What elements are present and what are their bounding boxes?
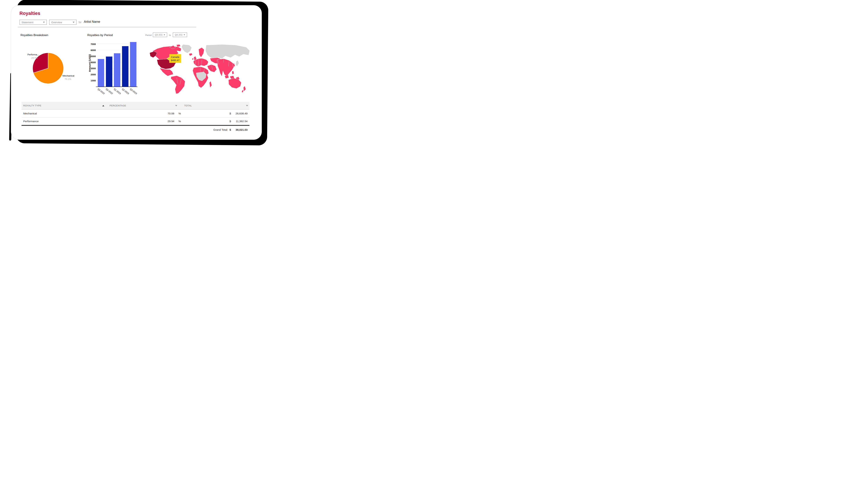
map-region-japan[interactable]	[236, 60, 239, 66]
map-region-new-zealand[interactable]	[243, 86, 246, 91]
royalty-type-cell: Mechanical	[22, 112, 106, 115]
period-from-value: Q3 2022	[155, 33, 163, 36]
sort-desc-icon[interactable]	[175, 105, 177, 106]
pie-pct-performance: 29.9%	[18, 57, 38, 59]
map-region-scandinavia[interactable]	[198, 47, 204, 57]
pie-slice-divider	[48, 53, 48, 68]
y-tick-label: 1000	[88, 79, 96, 82]
column-label: PERCENTAGE	[110, 104, 126, 107]
chevron-down-icon	[164, 34, 165, 35]
grand-total-label: Grand Total:	[213, 128, 228, 131]
map-region-australia[interactable]	[228, 78, 241, 89]
percent-sign: %	[174, 112, 229, 115]
bar-plot: 1000200030004000500060007000Q3 2022Q4 20…	[97, 42, 137, 87]
period-to-value: Q4 2023	[175, 33, 183, 36]
world-map: Canada $495.47	[149, 44, 251, 95]
column-label: ROYALTY TYPE	[23, 104, 41, 107]
artist-name: Artist Name	[84, 20, 100, 24]
statement-dropdown[interactable]: Statement	[20, 20, 47, 25]
column-header-total[interactable]: TOTAL	[179, 102, 249, 109]
tooltip-country: Canada	[171, 56, 179, 58]
percentage-cell: 70.06	[106, 112, 174, 115]
map-region-south-america[interactable]	[171, 76, 185, 94]
header-divider	[18, 27, 196, 27]
tooltip-value: $495.47	[171, 59, 180, 62]
period-to-label: to	[169, 34, 171, 36]
map-region-madagascar[interactable]	[209, 81, 212, 88]
currency-sign: $	[229, 112, 235, 115]
column-header-percentage[interactable]: PERCENTAGE	[106, 102, 179, 109]
royalty-type-cell: Performance	[22, 120, 106, 123]
table-row: Mechanical 70.06 % $ 26,638.49	[22, 110, 249, 117]
y-tick-label: 6000	[88, 49, 96, 52]
period-label: Period	[145, 34, 152, 36]
page-title: Royalties	[20, 11, 40, 16]
map-region-philippines[interactable]	[232, 71, 234, 74]
chevron-down-icon	[73, 22, 74, 23]
sort-asc-icon[interactable]	[102, 105, 104, 106]
map-region-russia[interactable]	[206, 44, 250, 59]
chevron-down-icon	[43, 22, 45, 23]
map-region-ireland[interactable]	[192, 58, 193, 60]
period-from-dropdown[interactable]: Q3 2022	[153, 32, 167, 37]
y-tick-label: 7000	[88, 43, 96, 45]
map-region-middle-east[interactable]	[207, 65, 217, 72]
overview-dropdown-value: Overview	[51, 21, 72, 24]
statement-dropdown-value: Statement	[22, 21, 42, 24]
map-region-indonesia[interactable]	[225, 75, 229, 78]
grand-total-currency: $	[229, 128, 235, 131]
map-region-greenland[interactable]	[182, 44, 192, 53]
map-region-mexico[interactable]	[160, 68, 173, 76]
pie-chart-title: Royalties Breakdown	[21, 33, 48, 37]
map-region-asia[interactable]	[217, 59, 234, 76]
period-to-dropdown[interactable]: Q4 2023	[173, 32, 187, 37]
map-region-new-zealand[interactable]	[242, 90, 243, 92]
y-tick-label: 5000	[88, 55, 96, 58]
grand-total-divider	[22, 125, 249, 126]
bar-q3-2023[interactable]	[130, 42, 136, 87]
total-cell: 11,382.54	[235, 120, 248, 123]
bar-chart-title: Royalties by Period	[87, 33, 113, 37]
total-cell: 26,638.49	[235, 112, 248, 115]
grand-total-row: Grand Total: $ 38,021.03	[22, 127, 248, 132]
chevron-down-icon	[184, 34, 185, 35]
map-region-iceland[interactable]	[189, 53, 192, 56]
grand-total-amount: 38,021.03	[235, 128, 248, 131]
bar-q3-2022[interactable]	[98, 59, 104, 87]
y-tick-label: 4000	[88, 61, 96, 64]
bar-q2-2023[interactable]	[122, 46, 128, 87]
currency-sign: $	[229, 120, 235, 123]
table-row: Performance 29.94 % $ 11,382.54	[22, 117, 249, 125]
royalties-dashboard: Royalties Statement Overview for Artist …	[0, 0, 272, 147]
bar-q1-2023[interactable]	[114, 53, 120, 87]
sort-desc-icon[interactable]	[246, 105, 248, 106]
overview-dropdown[interactable]: Overview	[49, 20, 76, 25]
table-header: ROYALTY TYPE PERCENTAGE TOTAL	[22, 102, 249, 110]
y-tick-label: 2000	[88, 73, 96, 76]
pie-label-mechanical: Mechanical	[62, 74, 74, 77]
percent-sign: %	[174, 120, 229, 123]
y-tick-label: 3000	[88, 67, 96, 70]
percentage-cell: 29.94	[106, 120, 174, 123]
map-region-alaska[interactable]	[150, 52, 157, 58]
bar-q4-2022[interactable]	[106, 57, 112, 87]
map-region-canada-islands[interactable]	[176, 44, 181, 47]
column-header-royalty-type[interactable]: ROYALTY TYPE	[22, 102, 106, 109]
pie-label-performance: Performa...	[18, 53, 39, 56]
for-label: for	[79, 21, 82, 24]
bar-x-axis-line	[96, 87, 137, 87]
column-label: TOTAL	[184, 104, 192, 107]
pie-pct-mechanical: 70.1%	[65, 78, 71, 80]
